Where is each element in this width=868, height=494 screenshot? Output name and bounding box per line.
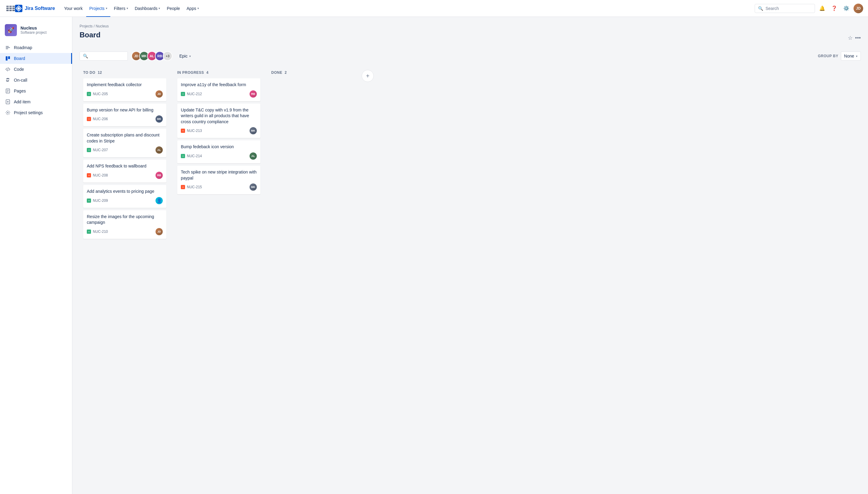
- done-column-title: DONE: [271, 71, 282, 75]
- card-nuc-209-title: Add analytics events to pricing page: [87, 189, 163, 195]
- sidebar-item-on-call[interactable]: On-call: [0, 75, 72, 86]
- pages-label: Pages: [14, 89, 26, 93]
- search-box[interactable]: 🔍 Search: [755, 4, 815, 13]
- nav-dashboards[interactable]: Dashboards ▾: [132, 4, 163, 13]
- card-nuc-209-footer: ▪ NUC-209 👤: [87, 197, 163, 204]
- page-header: Board ☆ •••: [79, 31, 861, 45]
- main-content: Projects / Nucleus Board ☆ ••• 🔍 JD MK A…: [72, 17, 868, 494]
- svg-rect-2: [6, 47, 10, 48]
- page-layout: 🚀 Nucleus Software project Roadmap Board: [0, 17, 868, 494]
- board-icon: [5, 55, 11, 61]
- nav-apps[interactable]: Apps ▾: [184, 4, 202, 13]
- apps-grid-icon[interactable]: [5, 4, 13, 13]
- card-nuc-207-meta: ▪ NUC-207: [87, 148, 108, 152]
- sidebar-item-pages[interactable]: Pages: [0, 86, 72, 96]
- inprogress-column-header: IN PROGRESS 4: [177, 71, 260, 75]
- page-title: Board: [79, 31, 100, 39]
- board-search-field[interactable]: [90, 54, 125, 58]
- card-nuc-207-avatar: AL: [155, 146, 163, 154]
- card-nuc-214-title: Bump fedeback icon version: [181, 144, 257, 150]
- logo-text: Jira Software: [25, 6, 55, 11]
- story-icon: ▪: [87, 230, 91, 234]
- breadcrumb-projects[interactable]: Projects: [79, 24, 93, 28]
- add-column-button[interactable]: +: [362, 70, 374, 82]
- logo[interactable]: Jira Software: [15, 4, 55, 13]
- title-actions: ☆ •••: [848, 35, 861, 41]
- card-nuc-214[interactable]: Bump fedeback icon version ▪ NUC-214 AL: [177, 140, 260, 163]
- todo-column-title: TO DO: [83, 71, 95, 75]
- todo-column-count: 12: [98, 71, 102, 75]
- more-actions-button[interactable]: •••: [855, 35, 861, 41]
- card-nuc-210-key: NUC-210: [93, 230, 108, 234]
- card-nuc-206[interactable]: Bump version for new API for billing ▪ N…: [83, 103, 166, 127]
- todo-column: TO DO 12 Implement feedback collector ▪ …: [79, 67, 170, 245]
- pages-icon: [5, 88, 11, 94]
- search-icon: 🔍: [758, 6, 763, 11]
- project-info: Nucleus Software project: [20, 25, 47, 35]
- notifications-button[interactable]: 🔔: [817, 4, 827, 13]
- nav-projects-label: Projects: [89, 6, 105, 11]
- svg-rect-4: [6, 56, 7, 60]
- inprogress-column-title: IN PROGRESS: [177, 71, 204, 75]
- help-button[interactable]: ❓: [829, 4, 839, 13]
- card-nuc-209-key: NUC-209: [93, 198, 108, 203]
- nav-people[interactable]: People: [164, 4, 183, 13]
- avatar-filter-more[interactable]: +3: [163, 51, 172, 61]
- group-by-value: None: [844, 54, 854, 58]
- story-icon: ▪: [87, 148, 91, 152]
- avatar-filter-row: JD MK AL RB +3: [131, 51, 172, 61]
- svg-point-13: [7, 112, 8, 113]
- card-nuc-210-avatar: JD: [155, 228, 163, 235]
- user-avatar[interactable]: JD: [853, 4, 863, 13]
- project-settings-label: Project settings: [14, 110, 43, 115]
- nav-dashboards-label: Dashboards: [135, 6, 158, 11]
- projects-chevron-icon: ▾: [106, 7, 107, 10]
- nav-your-work-label: Your work: [64, 6, 82, 11]
- sidebar-item-project-settings[interactable]: Project settings: [0, 107, 72, 118]
- board-label: Board: [14, 56, 25, 61]
- card-nuc-215-key: NUC-215: [187, 185, 202, 189]
- breadcrumb-nucleus[interactable]: Nucleus: [95, 24, 109, 28]
- todo-column-header: TO DO 12: [83, 71, 166, 75]
- nav-filters[interactable]: Filters ▾: [111, 4, 131, 13]
- card-nuc-213-footer: ▪ NUC-213 MK: [181, 127, 257, 134]
- card-nuc-208-meta: ▪ NUC-208: [87, 173, 108, 177]
- card-nuc-207[interactable]: Create subscription plans and discount c…: [83, 129, 166, 157]
- card-nuc-206-key: NUC-206: [93, 117, 108, 121]
- breadcrumb: Projects / Nucleus: [79, 24, 861, 28]
- card-nuc-206-footer: ▪ NUC-206 MK: [87, 115, 163, 122]
- card-nuc-210-footer: ▪ NUC-210 JD: [87, 228, 163, 235]
- sidebar-item-board[interactable]: Board: [0, 53, 72, 64]
- card-nuc-212-meta: ▪ NUC-212: [181, 92, 202, 96]
- card-nuc-209[interactable]: Add analytics events to pricing page ▪ N…: [83, 185, 166, 208]
- sidebar-item-add-item[interactable]: Add item: [0, 96, 72, 107]
- dashboards-chevron-icon: ▾: [159, 7, 160, 10]
- card-nuc-210[interactable]: Resize the images for the upcoming campa…: [83, 210, 166, 239]
- nav-projects[interactable]: Projects ▾: [86, 4, 110, 13]
- add-item-label: Add item: [14, 99, 31, 104]
- nav-your-work[interactable]: Your work: [61, 4, 86, 13]
- roadmap-label: Roadmap: [14, 45, 32, 50]
- group-by-button[interactable]: None ▾: [841, 52, 861, 60]
- group-by-label: GROUP BY: [818, 54, 838, 58]
- card-nuc-205[interactable]: Implement feedback collector ▪ NUC-205 J…: [83, 78, 166, 101]
- epic-filter-button[interactable]: Epic ▾: [176, 52, 194, 60]
- board-search-input[interactable]: 🔍: [79, 52, 128, 60]
- card-nuc-212-avatar: RB: [250, 90, 257, 98]
- settings-button[interactable]: ⚙️: [842, 4, 851, 13]
- project-name: Nucleus: [20, 25, 47, 31]
- project-icon: 🚀: [5, 24, 17, 36]
- sidebar-item-roadmap[interactable]: Roadmap: [0, 42, 72, 53]
- card-nuc-215[interactable]: Tech spike on new stripe integration wit…: [177, 166, 260, 194]
- board-toolbar: 🔍 JD MK AL RB +3 Epic ▾ GROUP BY None ▾: [79, 51, 861, 61]
- card-nuc-213[interactable]: Update T&C copy with v1.9 from the write…: [177, 103, 260, 138]
- card-nuc-212[interactable]: Improve a11y of the feedback form ▪ NUC-…: [177, 78, 260, 101]
- card-nuc-210-meta: ▪ NUC-210: [87, 230, 108, 234]
- epic-label: Epic: [179, 54, 187, 58]
- star-button[interactable]: ☆: [848, 35, 853, 41]
- card-nuc-212-footer: ▪ NUC-212 RB: [181, 90, 257, 98]
- card-nuc-205-footer: ▪ NUC-205 JD: [87, 90, 163, 98]
- sidebar-item-code[interactable]: Code: [0, 64, 72, 75]
- card-nuc-208[interactable]: Add NPS feedback to wallboard ▪ NUC-208 …: [83, 160, 166, 183]
- card-nuc-215-footer: ▪ NUC-215 MK: [181, 184, 257, 191]
